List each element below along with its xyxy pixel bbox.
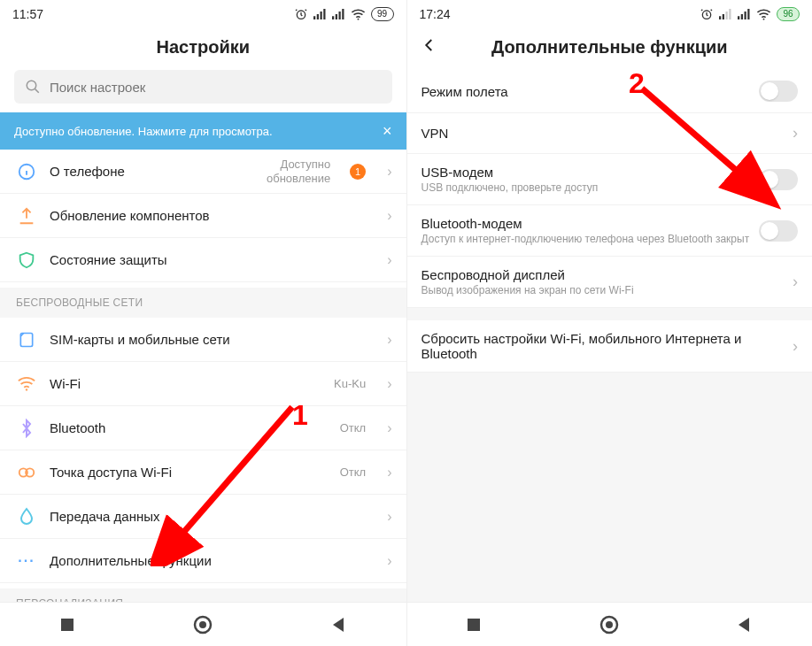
- row-wifi[interactable]: Wi-Fi Ku-Ku ›: [0, 362, 406, 406]
- row-title: Режим полета: [421, 84, 751, 99]
- nav-back-icon[interactable]: [330, 616, 348, 634]
- svg-rect-6: [335, 14, 336, 19]
- chevron-right-icon: ›: [387, 376, 391, 392]
- row-title: Беспроводной дисплей: [421, 267, 793, 282]
- svg-point-18: [199, 621, 206, 628]
- phone-additional: 17:24 96 Дополнительные функции Режим по…: [406, 0, 813, 646]
- row-label: Передача данных: [50, 509, 366, 524]
- row-airplane-mode[interactable]: Режим полета: [407, 70, 813, 113]
- svg-rect-26: [741, 14, 743, 19]
- svg-rect-24: [729, 9, 731, 19]
- row-desc: Вывод изображения на экран по сети Wi-Fi: [421, 284, 793, 296]
- row-more-settings[interactable]: ··· Дополнительные функции ›: [0, 539, 406, 583]
- bluetooth-icon: [16, 419, 37, 438]
- row-bt-tether[interactable]: Bluetooth-модем Доступ к интернет-подклю…: [407, 205, 813, 257]
- nav-recents-icon[interactable]: [58, 616, 76, 634]
- row-usb-tether[interactable]: USB-модем USB подключено, проверьте дост…: [407, 154, 813, 205]
- toggle-usb-tether[interactable]: [759, 169, 798, 190]
- svg-rect-25: [738, 16, 739, 19]
- chevron-right-icon: ›: [793, 337, 798, 356]
- row-wireless-display[interactable]: Беспроводной дисплей Вывод изображения н…: [407, 257, 813, 308]
- row-meta: Ku-Ku: [334, 377, 366, 391]
- nav-back-icon[interactable]: [736, 616, 754, 634]
- signal-icon: [313, 8, 327, 20]
- section-personalization: ПЕРСОНАЛИЗАЦИЯ: [0, 588, 406, 602]
- nav-home-icon[interactable]: [599, 614, 620, 635]
- toggle-airplane[interactable]: [759, 81, 798, 102]
- chevron-right-icon: ›: [793, 124, 798, 142]
- sim-icon: [16, 331, 37, 349]
- svg-rect-5: [332, 16, 334, 19]
- row-reset-network[interactable]: Сбросить настройки Wi-Fi, мобильного Инт…: [407, 320, 813, 373]
- chevron-right-icon: ›: [387, 164, 391, 180]
- row-label: Состояние защиты: [50, 252, 366, 267]
- wifi-icon: [756, 8, 771, 20]
- upload-icon: [16, 206, 37, 226]
- search-input[interactable]: [50, 80, 382, 95]
- svg-rect-7: [338, 12, 340, 19]
- row-title: Bluetooth-модем: [421, 216, 751, 231]
- chevron-right-icon: ›: [387, 332, 391, 348]
- alarm-icon: [294, 7, 308, 21]
- section-gap: [407, 308, 813, 320]
- drop-icon: [16, 507, 37, 527]
- battery-indicator: 99: [371, 7, 394, 21]
- battery-indicator: 96: [777, 7, 800, 21]
- row-title: USB-модем: [421, 165, 751, 180]
- nav-bar: [407, 602, 813, 646]
- row-title: Сбросить настройки Wi-Fi, мобильного Инт…: [421, 331, 793, 361]
- row-about-phone[interactable]: О телефоне Доступно обновление 1 ›: [0, 150, 406, 194]
- row-data-usage[interactable]: Передача данных ›: [0, 495, 406, 539]
- signal-icon-2: [332, 8, 345, 20]
- svg-point-10: [27, 81, 36, 90]
- chevron-right-icon: ›: [793, 273, 798, 291]
- chevron-right-icon: ›: [387, 553, 391, 569]
- chevron-right-icon: ›: [387, 208, 391, 224]
- chevron-right-icon: ›: [387, 509, 391, 525]
- row-hotspot[interactable]: Точка доступа Wi-Fi Откл ›: [0, 450, 406, 495]
- signal-icon: [719, 8, 732, 20]
- nav-bar: [0, 602, 406, 646]
- row-component-updates[interactable]: Обновление компонентов ›: [0, 194, 406, 238]
- status-time: 17:24: [420, 7, 451, 21]
- row-bluetooth[interactable]: Bluetooth Откл ›: [0, 406, 406, 450]
- svg-rect-4: [323, 9, 325, 19]
- row-desc: USB подключено, проверьте доступ: [421, 181, 751, 194]
- row-label: Точка доступа Wi-Fi: [50, 465, 328, 480]
- svg-rect-1: [313, 16, 315, 19]
- svg-rect-30: [468, 619, 480, 631]
- section-wireless: БЕСПРОВОДНЫЕ СЕТИ: [0, 288, 406, 318]
- banner-text: Доступно обновление. Нажмите для просмот…: [14, 125, 273, 138]
- row-sim[interactable]: SIM-карты и мобильные сети ›: [0, 318, 406, 362]
- svg-point-9: [357, 19, 359, 20]
- wifi-icon: [351, 8, 366, 20]
- row-label: SIM-карты и мобильные сети: [50, 332, 366, 347]
- back-button[interactable]: [421, 37, 437, 58]
- info-icon: [16, 162, 37, 181]
- svg-rect-8: [342, 9, 344, 19]
- chevron-right-icon: ›: [387, 420, 391, 436]
- row-security-status[interactable]: Состояние защиты ›: [0, 238, 406, 282]
- svg-rect-16: [61, 619, 73, 631]
- svg-rect-2: [316, 14, 318, 19]
- notification-badge: 1: [350, 164, 366, 180]
- nav-recents-icon[interactable]: [465, 616, 483, 634]
- toggle-bt-tether[interactable]: [759, 220, 798, 242]
- status-icons: 96: [700, 7, 800, 21]
- row-desc: Доступ к интернет-подключению телефона ч…: [421, 233, 751, 245]
- svg-rect-3: [320, 12, 321, 19]
- svg-point-32: [606, 621, 613, 628]
- close-icon[interactable]: ×: [383, 123, 392, 139]
- row-label: Дополнительные функции: [50, 553, 366, 568]
- search-field[interactable]: [14, 70, 392, 104]
- nav-home-icon[interactable]: [192, 614, 213, 635]
- svg-rect-23: [726, 12, 728, 19]
- row-vpn[interactable]: VPN ›: [407, 113, 813, 154]
- hotspot-icon: [16, 465, 37, 481]
- page-title-text: Дополнительные функции: [491, 37, 728, 57]
- update-banner[interactable]: Доступно обновление. Нажмите для просмот…: [0, 112, 406, 150]
- svg-rect-28: [747, 9, 749, 19]
- more-icon: ···: [16, 553, 37, 569]
- chevron-left-icon: [421, 37, 437, 53]
- search-icon: [25, 79, 41, 95]
